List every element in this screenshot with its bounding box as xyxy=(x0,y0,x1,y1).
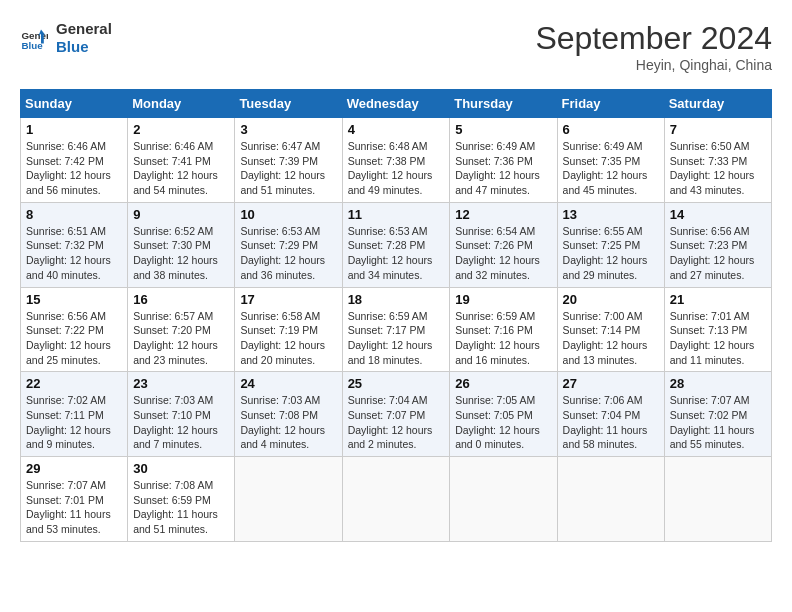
cell-sun-info: Sunrise: 6:53 AM Sunset: 7:28 PM Dayligh… xyxy=(348,224,445,283)
svg-text:Blue: Blue xyxy=(21,40,43,51)
cell-sun-info: Sunrise: 6:46 AM Sunset: 7:41 PM Dayligh… xyxy=(133,139,229,198)
calendar-cell: 29Sunrise: 7:07 AM Sunset: 7:01 PM Dayli… xyxy=(21,457,128,542)
day-number: 30 xyxy=(133,461,229,476)
calendar-cell xyxy=(664,457,771,542)
cell-sun-info: Sunrise: 6:49 AM Sunset: 7:35 PM Dayligh… xyxy=(563,139,659,198)
cell-sun-info: Sunrise: 7:07 AM Sunset: 7:01 PM Dayligh… xyxy=(26,478,122,537)
day-number: 23 xyxy=(133,376,229,391)
day-number: 15 xyxy=(26,292,122,307)
calendar-cell: 15Sunrise: 6:56 AM Sunset: 7:22 PM Dayli… xyxy=(21,287,128,372)
calendar-cell: 10Sunrise: 6:53 AM Sunset: 7:29 PM Dayli… xyxy=(235,202,342,287)
cell-sun-info: Sunrise: 7:03 AM Sunset: 7:08 PM Dayligh… xyxy=(240,393,336,452)
calendar-cell: 23Sunrise: 7:03 AM Sunset: 7:10 PM Dayli… xyxy=(128,372,235,457)
calendar-cell: 1Sunrise: 6:46 AM Sunset: 7:42 PM Daylig… xyxy=(21,118,128,203)
day-number: 24 xyxy=(240,376,336,391)
cell-sun-info: Sunrise: 6:49 AM Sunset: 7:36 PM Dayligh… xyxy=(455,139,551,198)
cell-sun-info: Sunrise: 7:05 AM Sunset: 7:05 PM Dayligh… xyxy=(455,393,551,452)
month-title: September 2024 xyxy=(535,20,772,57)
day-number: 1 xyxy=(26,122,122,137)
cell-sun-info: Sunrise: 6:55 AM Sunset: 7:25 PM Dayligh… xyxy=(563,224,659,283)
day-number: 11 xyxy=(348,207,445,222)
cell-sun-info: Sunrise: 7:01 AM Sunset: 7:13 PM Dayligh… xyxy=(670,309,766,368)
calendar-cell: 30Sunrise: 7:08 AM Sunset: 6:59 PM Dayli… xyxy=(128,457,235,542)
calendar-cell xyxy=(235,457,342,542)
calendar-week-3: 15Sunrise: 6:56 AM Sunset: 7:22 PM Dayli… xyxy=(21,287,772,372)
calendar-week-4: 22Sunrise: 7:02 AM Sunset: 7:11 PM Dayli… xyxy=(21,372,772,457)
logo-text-general: General xyxy=(56,20,112,38)
cell-sun-info: Sunrise: 7:03 AM Sunset: 7:10 PM Dayligh… xyxy=(133,393,229,452)
day-number: 3 xyxy=(240,122,336,137)
cell-sun-info: Sunrise: 7:00 AM Sunset: 7:14 PM Dayligh… xyxy=(563,309,659,368)
weekday-header-saturday: Saturday xyxy=(664,90,771,118)
calendar-cell: 28Sunrise: 7:07 AM Sunset: 7:02 PM Dayli… xyxy=(664,372,771,457)
weekday-header-monday: Monday xyxy=(128,90,235,118)
calendar-cell: 25Sunrise: 7:04 AM Sunset: 7:07 PM Dayli… xyxy=(342,372,450,457)
cell-sun-info: Sunrise: 6:57 AM Sunset: 7:20 PM Dayligh… xyxy=(133,309,229,368)
logo-text-blue: Blue xyxy=(56,38,112,56)
cell-sun-info: Sunrise: 6:56 AM Sunset: 7:22 PM Dayligh… xyxy=(26,309,122,368)
weekday-header-tuesday: Tuesday xyxy=(235,90,342,118)
calendar-cell xyxy=(557,457,664,542)
day-number: 27 xyxy=(563,376,659,391)
cell-sun-info: Sunrise: 6:54 AM Sunset: 7:26 PM Dayligh… xyxy=(455,224,551,283)
calendar-header-row: SundayMondayTuesdayWednesdayThursdayFrid… xyxy=(21,90,772,118)
calendar-cell: 27Sunrise: 7:06 AM Sunset: 7:04 PM Dayli… xyxy=(557,372,664,457)
calendar-cell: 8Sunrise: 6:51 AM Sunset: 7:32 PM Daylig… xyxy=(21,202,128,287)
cell-sun-info: Sunrise: 6:46 AM Sunset: 7:42 PM Dayligh… xyxy=(26,139,122,198)
calendar-cell xyxy=(450,457,557,542)
weekday-header-sunday: Sunday xyxy=(21,90,128,118)
day-number: 25 xyxy=(348,376,445,391)
day-number: 29 xyxy=(26,461,122,476)
cell-sun-info: Sunrise: 7:04 AM Sunset: 7:07 PM Dayligh… xyxy=(348,393,445,452)
calendar-cell: 22Sunrise: 7:02 AM Sunset: 7:11 PM Dayli… xyxy=(21,372,128,457)
calendar-cell: 17Sunrise: 6:58 AM Sunset: 7:19 PM Dayli… xyxy=(235,287,342,372)
day-number: 7 xyxy=(670,122,766,137)
calendar-cell: 4Sunrise: 6:48 AM Sunset: 7:38 PM Daylig… xyxy=(342,118,450,203)
day-number: 5 xyxy=(455,122,551,137)
calendar-week-1: 1Sunrise: 6:46 AM Sunset: 7:42 PM Daylig… xyxy=(21,118,772,203)
location: Heyin, Qinghai, China xyxy=(535,57,772,73)
day-number: 14 xyxy=(670,207,766,222)
title-block: September 2024 Heyin, Qinghai, China xyxy=(535,20,772,73)
day-number: 2 xyxy=(133,122,229,137)
calendar-cell: 11Sunrise: 6:53 AM Sunset: 7:28 PM Dayli… xyxy=(342,202,450,287)
calendar-cell: 18Sunrise: 6:59 AM Sunset: 7:17 PM Dayli… xyxy=(342,287,450,372)
calendar-cell xyxy=(342,457,450,542)
logo: General Blue General Blue xyxy=(20,20,112,56)
calendar-week-2: 8Sunrise: 6:51 AM Sunset: 7:32 PM Daylig… xyxy=(21,202,772,287)
cell-sun-info: Sunrise: 6:48 AM Sunset: 7:38 PM Dayligh… xyxy=(348,139,445,198)
calendar-cell: 3Sunrise: 6:47 AM Sunset: 7:39 PM Daylig… xyxy=(235,118,342,203)
day-number: 26 xyxy=(455,376,551,391)
calendar-cell: 2Sunrise: 6:46 AM Sunset: 7:41 PM Daylig… xyxy=(128,118,235,203)
weekday-header-wednesday: Wednesday xyxy=(342,90,450,118)
page-header: General Blue General Blue September 2024… xyxy=(20,20,772,73)
calendar-cell: 26Sunrise: 7:05 AM Sunset: 7:05 PM Dayli… xyxy=(450,372,557,457)
calendar-table: SundayMondayTuesdayWednesdayThursdayFrid… xyxy=(20,89,772,542)
logo-icon: General Blue xyxy=(20,24,48,52)
day-number: 6 xyxy=(563,122,659,137)
day-number: 12 xyxy=(455,207,551,222)
cell-sun-info: Sunrise: 6:53 AM Sunset: 7:29 PM Dayligh… xyxy=(240,224,336,283)
day-number: 10 xyxy=(240,207,336,222)
day-number: 9 xyxy=(133,207,229,222)
cell-sun-info: Sunrise: 7:06 AM Sunset: 7:04 PM Dayligh… xyxy=(563,393,659,452)
cell-sun-info: Sunrise: 6:56 AM Sunset: 7:23 PM Dayligh… xyxy=(670,224,766,283)
cell-sun-info: Sunrise: 6:59 AM Sunset: 7:17 PM Dayligh… xyxy=(348,309,445,368)
day-number: 21 xyxy=(670,292,766,307)
calendar-cell: 9Sunrise: 6:52 AM Sunset: 7:30 PM Daylig… xyxy=(128,202,235,287)
day-number: 18 xyxy=(348,292,445,307)
day-number: 16 xyxy=(133,292,229,307)
calendar-cell: 12Sunrise: 6:54 AM Sunset: 7:26 PM Dayli… xyxy=(450,202,557,287)
day-number: 28 xyxy=(670,376,766,391)
calendar-cell: 20Sunrise: 7:00 AM Sunset: 7:14 PM Dayli… xyxy=(557,287,664,372)
calendar-cell: 7Sunrise: 6:50 AM Sunset: 7:33 PM Daylig… xyxy=(664,118,771,203)
cell-sun-info: Sunrise: 6:58 AM Sunset: 7:19 PM Dayligh… xyxy=(240,309,336,368)
calendar-cell: 6Sunrise: 6:49 AM Sunset: 7:35 PM Daylig… xyxy=(557,118,664,203)
day-number: 20 xyxy=(563,292,659,307)
weekday-header-friday: Friday xyxy=(557,90,664,118)
day-number: 8 xyxy=(26,207,122,222)
calendar-cell: 19Sunrise: 6:59 AM Sunset: 7:16 PM Dayli… xyxy=(450,287,557,372)
calendar-cell: 13Sunrise: 6:55 AM Sunset: 7:25 PM Dayli… xyxy=(557,202,664,287)
weekday-header-thursday: Thursday xyxy=(450,90,557,118)
cell-sun-info: Sunrise: 6:52 AM Sunset: 7:30 PM Dayligh… xyxy=(133,224,229,283)
